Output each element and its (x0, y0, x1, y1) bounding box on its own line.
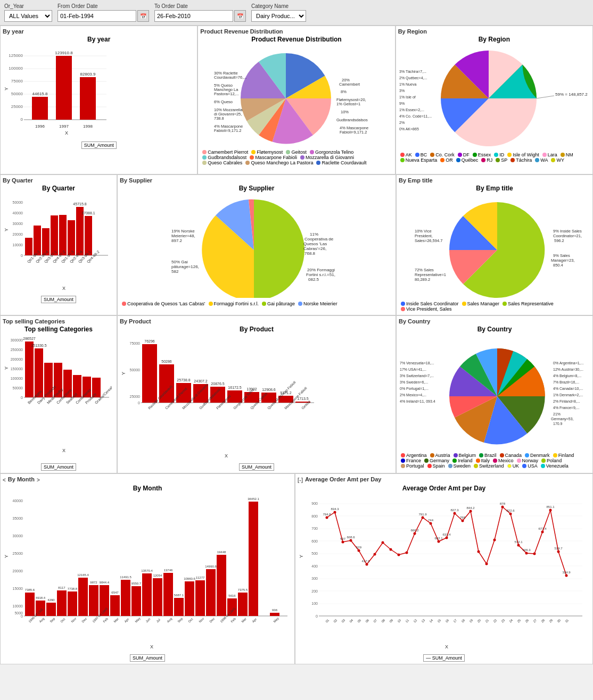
svg-text:X: X (62, 286, 65, 291)
by-region-title: By Region (398, 28, 590, 35)
svg-text:666.2: 666.2 (410, 529, 419, 532)
svg-text:738.8: 738.8 (214, 116, 224, 121)
svg-text:844.2: 844.2 (466, 506, 475, 510)
svg-text:19: 19 (468, 618, 473, 623)
svg-point-302 (406, 552, 408, 554)
svg-text:0% AK=865: 0% AK=865 (399, 127, 419, 131)
svg-rect-12 (32, 97, 48, 120)
svg-text:4918.4: 4918.4 (36, 596, 46, 599)
svg-rect-209 (68, 591, 77, 616)
svg-rect-221 (131, 586, 141, 616)
to-date-calendar-btn[interactable]: 📅 (234, 10, 246, 22)
by-month-chart: 40000 35000 30000 25000 20000 15000 1000… (3, 494, 290, 651)
from-date-input-group: 📅 (57, 10, 149, 22)
svg-text:27: 27 (532, 618, 537, 623)
svg-text:100000: 100000 (9, 66, 23, 71)
svg-point-307 (446, 537, 448, 539)
svg-point-299 (382, 541, 384, 544)
category-select[interactable]: Dairy Produc... (251, 10, 306, 22)
svg-point-311 (477, 551, 480, 553)
svg-point-294 (342, 541, 344, 544)
svg-rect-65 (51, 215, 58, 255)
svg-rect-70 (85, 216, 92, 255)
svg-text:Jun: Jun (145, 618, 151, 623)
svg-text:30: 30 (556, 618, 561, 623)
svg-text:75000: 75000 (11, 79, 23, 84)
svg-text:11: 11 (405, 618, 409, 623)
svg-text:23: 23 (500, 618, 505, 623)
svg-text:Gudbrandsdalsos: Gudbrandsdalsos (336, 118, 368, 122)
from-date-calendar-btn[interactable]: 📅 (137, 10, 149, 22)
svg-text:800: 800 (311, 514, 318, 518)
svg-rect-229 (174, 598, 184, 616)
svg-text:12054: 12054 (153, 574, 162, 577)
by-month-title: By Month (8, 476, 35, 482)
svg-text:17: 17 (452, 618, 457, 623)
svg-text:0: 0 (21, 396, 23, 399)
by-quarter-title: By Quarter (3, 177, 114, 184)
svg-rect-235 (206, 569, 216, 616)
or-year-select[interactable]: ALL Values (4, 10, 52, 22)
product-rev-chart: 30% Raclette Courdavault=76,... 5% Queso… (203, 45, 390, 146)
or-year-label: Or_Year (4, 3, 52, 9)
svg-text:Cooperativa de: Cooperativa de (304, 237, 334, 241)
svg-text:20% Formaggi: 20% Formaggi (307, 268, 335, 272)
svg-text:16: 16 (444, 618, 449, 623)
svg-text:677.4: 677.4 (538, 527, 547, 530)
by-supplier-legend: Cooperativa de Quesos 'Las Cabras' Forma… (120, 300, 393, 307)
by-month-expand-btn[interactable]: > (37, 477, 40, 483)
top-selling-chart-title: Top selling Categories (3, 326, 114, 333)
svg-text:Mar: Mar (241, 617, 247, 623)
svg-text:Y: Y (121, 372, 126, 375)
svg-text:28: 28 (540, 618, 545, 623)
svg-text:20000: 20000 (13, 569, 23, 573)
by-month-collapse-btn[interactable]: < (3, 477, 6, 483)
svg-point-296 (358, 549, 360, 552)
svg-rect-241 (238, 593, 248, 616)
svg-rect-207 (57, 590, 67, 616)
svg-point-301 (398, 554, 400, 556)
svg-text:Quesos 'Las: Quesos 'Las (303, 241, 327, 246)
svg-text:300000: 300000 (11, 338, 23, 342)
by-product-chart-title: By Product (120, 326, 393, 333)
svg-text:05: 05 (357, 618, 361, 623)
svg-text:0: 0 (21, 614, 23, 618)
svg-text:25738.8: 25738.8 (177, 378, 190, 382)
svg-text:2% Mexico=4,...: 2% Mexico=4,... (400, 393, 426, 397)
svg-text:300: 300 (311, 577, 318, 580)
by-year-chart-title: By year (3, 36, 195, 43)
to-date-input[interactable] (154, 10, 233, 22)
or-year-group: Or_Year ALL Values (4, 3, 52, 22)
svg-text:Meierier=48,: Meierier=48, (171, 234, 195, 238)
by-month-sum-label: SUM_Amount (130, 654, 165, 662)
svg-text:10000: 10000 (13, 243, 23, 247)
svg-text:417.9: 417.9 (361, 560, 370, 563)
top-selling-chart: 300000 250000 200000 150000 100000 50000… (3, 335, 112, 460)
by-quarter-chart-title: By Quarter (3, 185, 114, 192)
svg-text:9% Sales: 9% Sales (553, 253, 570, 258)
avg-day-sum-label: — SUM_Amount (423, 654, 465, 662)
svg-text:29: 29 (548, 618, 553, 623)
svg-text:17% USA=41,...: 17% USA=41,... (400, 368, 426, 371)
svg-text:10% Vice: 10% Vice (415, 229, 432, 234)
svg-text:Courdavault=76,...: Courdavault=76,... (214, 75, 247, 80)
by-supplier-title: By Supplier (120, 177, 393, 184)
svg-point-317 (525, 552, 528, 555)
svg-text:3%: 3% (399, 89, 405, 93)
svg-text:7738.8: 7738.8 (68, 587, 78, 590)
panel-by-emp: By Emp title By Emp title 10% Vice Presi… (396, 174, 593, 315)
svg-rect-231 (185, 581, 194, 616)
svg-text:10: 10 (397, 618, 401, 623)
svg-text:X: X (65, 130, 68, 136)
from-date-input[interactable] (57, 10, 136, 22)
svg-text:8117: 8117 (58, 586, 65, 589)
avg-day-collapse-btn[interactable]: [-] (298, 477, 303, 483)
svg-point-320 (549, 509, 552, 512)
svg-text:10960.6: 10960.6 (184, 577, 195, 580)
svg-text:72% Sales: 72% Sales (415, 268, 434, 272)
svg-text:May: May (134, 616, 141, 623)
by-product-chart: 75000 50000 25000 0 76296 50286 25738.8 … (120, 335, 317, 460)
svg-text:834.3: 834.3 (331, 507, 339, 511)
svg-text:7% Venezuela=18,...: 7% Venezuela=18,... (400, 361, 434, 365)
avg-day-title: Average Order Amt per Day (305, 476, 381, 482)
